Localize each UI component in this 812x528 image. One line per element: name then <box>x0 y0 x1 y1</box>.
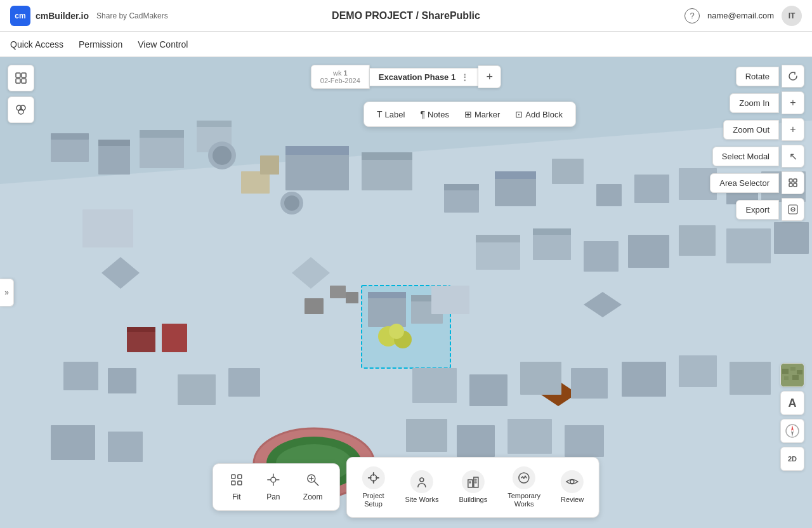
pan-button[interactable]: Pan <box>256 469 291 505</box>
layers-tool-button[interactable] <box>8 96 34 123</box>
svg-point-15 <box>284 195 299 211</box>
map-thumbnail-button[interactable] <box>780 363 804 387</box>
svg-rect-96 <box>797 370 802 374</box>
project-setup-icon <box>362 466 385 489</box>
user-email: name@email.com <box>707 11 774 20</box>
export-icon-button[interactable] <box>782 198 804 221</box>
svg-rect-95 <box>790 367 796 371</box>
svg-point-106 <box>271 477 276 482</box>
nav-permission[interactable]: Permission <box>79 37 122 52</box>
svg-rect-59 <box>178 374 216 405</box>
notes-text: Notes <box>428 110 449 119</box>
text-marker-button[interactable]: A <box>780 391 804 415</box>
svg-rect-45 <box>584 241 619 272</box>
share-by-label: Share by CadMakers <box>96 11 168 20</box>
svg-rect-63 <box>520 362 561 395</box>
zoom-label: Zoom <box>303 492 323 501</box>
svg-rect-35 <box>552 159 584 184</box>
svg-rect-68 <box>51 425 95 460</box>
user-avatar[interactable]: IT <box>782 6 802 26</box>
svg-rect-82 <box>22 79 26 83</box>
temporary-works-icon <box>513 466 535 489</box>
select-modal-button[interactable]: Select Modal <box>712 147 779 166</box>
svg-rect-5 <box>98 140 130 146</box>
marker-tool-button[interactable]: ⊞ Marker <box>458 106 506 122</box>
svg-rect-10 <box>241 171 270 194</box>
project-bold: SharePublic <box>421 10 480 21</box>
svg-rect-66 <box>679 355 717 387</box>
svg-rect-17 <box>127 327 155 332</box>
phase-more-icon[interactable]: ⋮ <box>461 72 469 82</box>
zoom-out-icon-button[interactable]: + <box>782 118 804 141</box>
project-setup-button[interactable]: ProjectSetup <box>353 463 394 512</box>
bottom-right-tools: A 2D <box>780 363 804 471</box>
fit-button[interactable]: Fit <box>219 469 254 505</box>
marker-text: Marker <box>475 110 500 119</box>
svg-rect-22 <box>362 152 412 160</box>
nav-quick-access[interactable]: Quick Access <box>10 37 63 52</box>
zoom-button[interactable]: Zoom <box>293 469 333 505</box>
svg-rect-62 <box>469 374 508 406</box>
buildings-icon <box>462 470 485 493</box>
svg-point-13 <box>213 146 232 165</box>
view-2d-button[interactable]: 2D <box>780 447 804 471</box>
project-title: DEMO PROJECT / SharePublic <box>332 10 480 22</box>
svg-rect-74 <box>304 298 324 314</box>
zoom-in-icon-button[interactable]: + <box>782 91 804 114</box>
review-button[interactable]: Review <box>552 466 593 508</box>
svg-rect-37 <box>634 175 669 203</box>
svg-rect-104 <box>232 481 235 485</box>
area-selector-icon-button[interactable] <box>782 171 804 194</box>
svg-rect-124 <box>475 479 476 480</box>
compass-button[interactable] <box>780 419 804 443</box>
help-icon[interactable]: ? <box>684 8 700 23</box>
svg-rect-97 <box>784 376 789 380</box>
buildings-button[interactable]: Buildings <box>450 466 496 508</box>
temporary-works-label: TemporaryWorks <box>508 492 540 508</box>
mode-controls: ProjectSetup Site Works <box>346 457 600 518</box>
zoom-out-button[interactable]: Zoom Out <box>723 120 779 140</box>
bottom-toolbar: Fit Pan <box>213 457 599 518</box>
expand-panel-button[interactable]: » <box>0 279 14 307</box>
svg-point-30 <box>389 324 404 339</box>
week-label: wk <box>333 69 341 77</box>
svg-rect-125 <box>475 482 476 483</box>
review-icon <box>561 470 584 493</box>
export-row: Export <box>710 198 804 221</box>
rotate-button[interactable]: Rotate <box>736 67 779 86</box>
add-block-tool-button[interactable]: ⊡ Add Block <box>509 106 569 122</box>
area-selector-button[interactable]: Area Selector <box>710 173 779 193</box>
label-tool-button[interactable]: T Label <box>370 106 411 122</box>
phase-box[interactable]: Excavation Phase 1 ⋮ <box>370 68 478 86</box>
project-setup-label: ProjectSetup <box>362 492 384 508</box>
zoom-in-button[interactable]: Zoom In <box>730 93 779 113</box>
svg-rect-121 <box>468 480 473 487</box>
export-button[interactable]: Export <box>736 200 779 220</box>
header-right: ? name@email.com IT <box>684 6 802 26</box>
svg-rect-123 <box>469 482 471 483</box>
svg-rect-57 <box>63 362 98 390</box>
temporary-works-button[interactable]: TemporaryWorks <box>499 463 549 512</box>
label-icon: T <box>377 109 383 119</box>
svg-rect-105 <box>238 481 242 485</box>
rotate-icon-button[interactable] <box>782 65 804 88</box>
buildings-label: Buildings <box>459 496 487 504</box>
svg-rect-58 <box>108 368 136 393</box>
add-phase-button[interactable]: + <box>478 65 501 88</box>
svg-rect-32 <box>444 184 479 190</box>
svg-rect-9 <box>197 121 232 127</box>
select-modal-icon-button[interactable]: ↖ <box>782 145 804 168</box>
site-works-button[interactable]: Site Works <box>396 466 448 508</box>
svg-rect-11 <box>260 155 279 175</box>
svg-point-127 <box>570 480 574 484</box>
notes-tool-button[interactable]: ¶ Notes <box>414 106 455 122</box>
grid-tool-button[interactable] <box>8 65 34 91</box>
svg-rect-20 <box>285 146 349 155</box>
svg-rect-71 <box>457 425 495 457</box>
nav-view-control[interactable]: View Control <box>138 37 188 52</box>
svg-rect-69 <box>108 432 143 462</box>
review-label: Review <box>561 496 584 504</box>
rotate-row: Rotate <box>710 65 804 88</box>
expand-icon: » <box>4 288 9 297</box>
svg-rect-36 <box>596 184 622 206</box>
